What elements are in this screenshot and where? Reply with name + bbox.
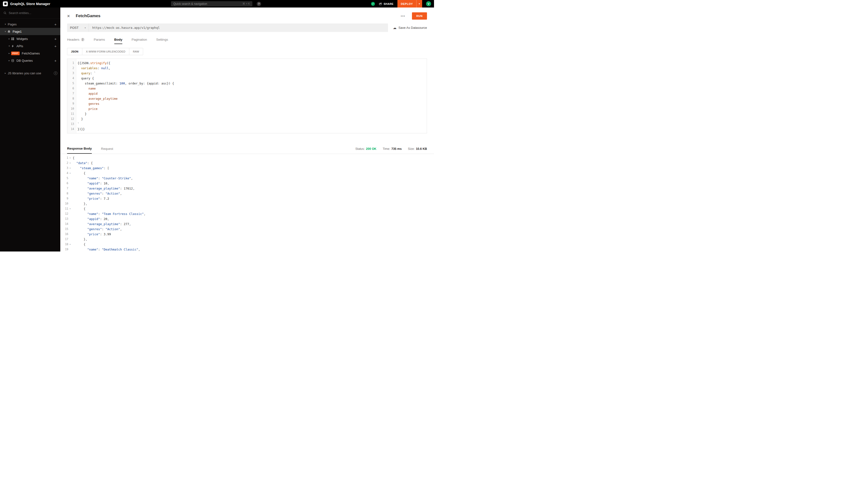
response-body-viewer[interactable]: 1▾{2▾ "data": {3▾ "steam_games": [4▾ {5 … (60, 154, 434, 251)
share-button[interactable]: SHARE (379, 2, 394, 5)
topbar-left: GraphQL Store Manager (3, 1, 61, 6)
help-icon[interactable]: ? (257, 2, 261, 6)
line-number: 12 (67, 116, 76, 122)
response-tabs: Response BodyRequest (67, 144, 122, 154)
sidebar-item-apis[interactable]: ▾APIs+ (0, 42, 60, 50)
code-text: average_playtime (76, 96, 118, 101)
response-line: 9 "price": 7.2 (60, 196, 434, 201)
body-format-tab-x-www-form-urlencoded[interactable]: X-WWW-FORM-URLENCODED (82, 48, 129, 55)
status-value: 200 OK (366, 147, 376, 150)
code-text: "genres": "Action", (72, 191, 122, 196)
collapse-caret-icon[interactable]: ▾ (68, 166, 72, 171)
line-number: 13 (67, 122, 76, 127)
deploy-button[interactable]: DEPLOY (397, 0, 416, 8)
line-number: 18 (60, 242, 68, 247)
code-text: price (76, 106, 97, 111)
db-icon (11, 59, 16, 62)
response-time: Time:735 ms (383, 147, 402, 150)
js-libraries-help-icon[interactable]: ? (54, 71, 58, 75)
save-as-datasource-button[interactable]: ☁ Save As Datasource (393, 26, 427, 30)
chevron-right-icon[interactable]: ▸ (7, 52, 11, 54)
shell: Search entities... ▾ Pages + ▾Page1▸Widg… (0, 8, 434, 251)
response-header: Response BodyRequest Status:200 OK Time:… (60, 144, 434, 154)
editor-line: 2 variables: null, (67, 66, 427, 71)
editor-line: 5 steam_games(limit: 100, order_by: {app… (67, 81, 427, 86)
deploy-menu-caret-icon[interactable]: ▾ (416, 0, 422, 8)
tab-pagination[interactable]: Pagination (132, 38, 147, 44)
quick-search-input[interactable]: Quick search & navigation ⌘ + K (171, 1, 252, 7)
code-text: }, (72, 201, 87, 206)
code-text: appid (76, 91, 97, 96)
api-icon (11, 44, 16, 48)
line-number: 8 (60, 191, 68, 196)
api-editor-header: × FetchGames ••• RUN (60, 8, 434, 20)
topbar-right: ✓ SHARE DEPLOY ▾ V (371, 0, 434, 8)
response-line: 7 "average_playtime": 17612, (60, 186, 434, 191)
code-text: "name": "Deathmatch Classic", (72, 247, 140, 251)
pages-label: Pages (8, 22, 17, 26)
request-body-lines: 1{{JSON.stringify({2 variables: null,3 q… (67, 59, 427, 132)
editor-line: 8 average_playtime (67, 96, 427, 101)
line-number: 5 (67, 81, 76, 86)
sidebar-item-page1[interactable]: ▾Page1 (0, 28, 60, 35)
chevron-right-icon[interactable]: ▸ (7, 59, 11, 62)
chevron-down-icon[interactable]: ▾ (3, 23, 7, 25)
add-button[interactable]: + (53, 44, 58, 48)
collapse-caret-icon[interactable]: ▾ (68, 171, 72, 176)
response-line: 17 }, (60, 237, 434, 242)
tab-request[interactable]: Request (101, 144, 113, 154)
tab-params[interactable]: Params (94, 38, 105, 44)
sidebar-item-widgets[interactable]: ▸Widgets+ (0, 35, 60, 42)
add-button[interactable]: + (53, 37, 58, 41)
editor-line: 13` (67, 122, 427, 127)
sidebar-item-js-libraries[interactable]: ▸ JS libraries you can use ? (0, 70, 60, 77)
body-format-tab-json[interactable]: JSON (67, 48, 82, 55)
chevron-down-icon[interactable]: ▾ (7, 45, 11, 47)
tab-body[interactable]: Body (114, 38, 123, 44)
pages-section-header[interactable]: ▾ Pages + (0, 21, 60, 28)
topbar: GraphQL Store Manager Quick search & nav… (0, 0, 434, 8)
chevron-down-icon[interactable]: ▾ (3, 30, 7, 33)
caret-spacer (68, 181, 72, 186)
code-text: "average_playtime": 17612, (72, 186, 135, 191)
entity-search-placeholder: Search entities... (9, 11, 31, 15)
collapse-caret-icon[interactable]: ▾ (68, 242, 72, 247)
close-icon[interactable]: × (67, 13, 70, 18)
body-format-tab-raw[interactable]: RAW (129, 48, 143, 55)
size-value: 10.6 KB (416, 147, 427, 150)
caret-spacer (68, 186, 72, 191)
tab-response-body[interactable]: Response Body (67, 144, 92, 154)
collapse-caret-icon[interactable]: ▾ (68, 206, 72, 211)
more-actions-icon[interactable]: ••• (401, 14, 405, 18)
sidebar-item-fetchgames[interactable]: ▸POSTFetchGames (0, 50, 60, 57)
code-text: query: ` (76, 71, 96, 76)
line-number: 15 (60, 227, 68, 232)
sidebar-item-db-queries[interactable]: ▸DB Queries+ (0, 57, 60, 64)
editor-line: 3 query: ` (67, 71, 427, 76)
add-page-button[interactable]: + (53, 22, 58, 26)
caret-spacer (68, 196, 72, 201)
code-text: "appid": 20, (72, 217, 109, 221)
tab-headers[interactable]: Headers2 (67, 38, 84, 44)
request-body-editor[interactable]: 1{{JSON.stringify({2 variables: null,3 q… (67, 59, 427, 133)
code-text: })}} (76, 127, 85, 132)
add-button[interactable]: + (53, 59, 58, 62)
app-logo-icon[interactable] (3, 1, 8, 6)
chevron-right-icon[interactable]: ▸ (7, 38, 11, 40)
chevron-right-icon[interactable]: ▸ (3, 72, 7, 74)
avatar[interactable]: V (426, 1, 431, 6)
time-value: 735 ms (391, 147, 402, 150)
http-method-select[interactable]: POST ▾ (67, 23, 89, 32)
tab-settings[interactable]: Settings (156, 38, 168, 44)
headers-count-badge: 2 (81, 38, 84, 41)
code-text: }, (72, 237, 87, 242)
entity-search-input[interactable]: Search entities... (0, 8, 60, 19)
url-input[interactable]: https://mock-as.hasura.app/v1/graphql (89, 23, 388, 32)
collapse-caret-icon[interactable]: ▾ (68, 155, 72, 160)
code-text: name (76, 86, 96, 91)
line-number: 5 (60, 176, 68, 181)
caret-spacer (68, 232, 72, 237)
keyboard-shortcut-hint: ⌘ + K (242, 2, 250, 5)
collapse-caret-icon[interactable]: ▾ (68, 160, 72, 166)
run-button[interactable]: RUN (412, 12, 427, 20)
